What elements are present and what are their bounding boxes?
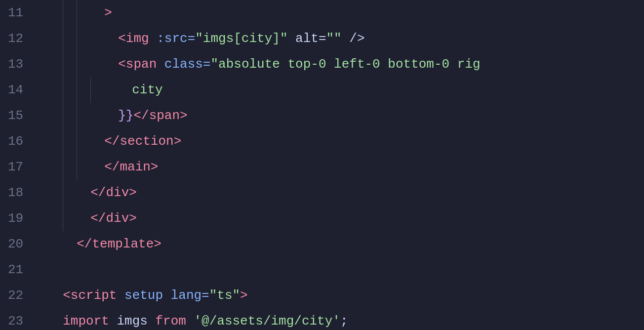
token-gt-11: > xyxy=(104,0,112,26)
code-line-20: </template> xyxy=(35,231,644,257)
line-num-21: 21 xyxy=(8,257,27,283)
code-lines: > <img :src= "imgs[city]" alt= "" /> <sp… xyxy=(35,0,644,330)
code-line-11: > xyxy=(35,0,644,26)
line-num-14: 14 xyxy=(8,77,27,103)
token-semi-23: ; xyxy=(340,308,348,330)
line-num-19: 19 xyxy=(8,206,27,231)
code-line-17: </main> xyxy=(35,154,644,180)
token-span-open: <span xyxy=(118,51,164,77)
code-line-13: <span class= "absolute top-0 left-0 bott… xyxy=(35,51,644,77)
token-span-close: </span> xyxy=(133,103,187,128)
token-lang-attr: lang= xyxy=(171,283,209,308)
token-src-val: "imgs[city]" xyxy=(195,26,287,51)
code-line-12: <img :src= "imgs[city]" alt= "" /> xyxy=(35,26,644,51)
code-line-15: }} </span> xyxy=(35,103,644,128)
token-setup-attr: setup xyxy=(124,283,171,308)
code-line-16: </section> xyxy=(35,128,644,154)
token-mustache-close: }} xyxy=(118,103,133,128)
token-src-attr: :src= xyxy=(157,26,195,51)
token-script-open: <script xyxy=(63,283,124,308)
code-line-14: city xyxy=(35,77,644,103)
token-alt-val: "" xyxy=(326,26,342,51)
token-from-23: from xyxy=(155,308,194,330)
line-num-20: 20 xyxy=(8,231,27,257)
line-num-17: 17 xyxy=(8,154,27,180)
token-lang-val: "ts" xyxy=(209,283,240,308)
token-class-val: "absolute top-0 left-0 bottom-0 rig xyxy=(210,51,480,77)
code-line-19: </div> xyxy=(35,206,644,231)
token-img-tag: <img xyxy=(118,26,157,51)
line-num-13: 13 xyxy=(8,51,27,77)
line-num-22: 22 xyxy=(8,283,27,308)
token-section-close: </section> xyxy=(104,128,181,154)
token-import-23: import xyxy=(63,308,117,330)
token-template-close: </template> xyxy=(77,231,161,257)
token-div-close-19: </div> xyxy=(90,206,137,231)
code-line-23: import imgs from '@/assets/img/city' ; xyxy=(35,308,644,330)
line-num-16: 16 xyxy=(8,128,27,154)
line-num-23: 23 xyxy=(8,308,27,330)
token-imgs-var: imgs xyxy=(117,308,155,330)
token-alt-attr: alt= xyxy=(287,26,326,51)
token-self-close: /> xyxy=(342,26,365,51)
token-city-text: city xyxy=(132,77,162,103)
token-script-gt: > xyxy=(240,283,248,308)
line-number-gutter: 11 12 13 14 15 16 17 18 19 20 21 22 23 2… xyxy=(0,0,35,330)
token-class-attr: class= xyxy=(164,51,211,77)
line-num-18: 18 xyxy=(8,180,27,206)
line-num-12: 12 xyxy=(8,26,27,51)
token-import-path-23: '@/assets/img/city' xyxy=(194,308,340,330)
line-num-15: 15 xyxy=(8,103,27,128)
code-line-22: <script setup lang= "ts" > xyxy=(35,283,644,308)
token-div-close-18: </div> xyxy=(90,180,137,206)
token-main-close: </main> xyxy=(104,154,158,180)
code-line-18: </div> xyxy=(35,180,644,206)
code-line-21 xyxy=(35,257,644,283)
code-editor: 11 12 13 14 15 16 17 18 19 20 21 22 23 2… xyxy=(0,0,644,330)
line-num-11: 11 xyxy=(8,0,27,26)
